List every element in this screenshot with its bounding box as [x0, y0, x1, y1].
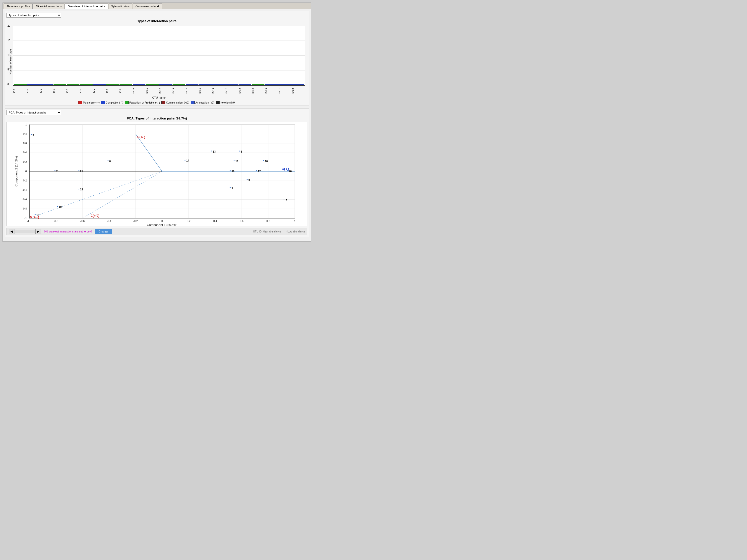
chart-type-dropdown[interactable]: Types of interaction pairs [6, 13, 61, 18]
svg-text:7: 7 [56, 170, 58, 173]
svg-text:1: 1 [25, 123, 27, 126]
bar-group [93, 84, 106, 85]
bar-segment [67, 85, 79, 85]
x-label: ID 18 [238, 86, 252, 96]
svg-text:15: 15 [284, 199, 287, 202]
bar-chart-title: Types of interaction pairs [6, 19, 307, 23]
tab-consensus-network[interactable]: Consensus network [133, 3, 162, 9]
legend-label: Competition(-/-) [106, 101, 123, 104]
bar-group [133, 84, 146, 85]
svg-text:6: 6 [240, 150, 242, 153]
tab-microbial-interactions[interactable]: Microbial interactions [33, 3, 64, 9]
x-axis-labels: ID 1ID 2ID 3ID 4ID 5ID 6ID 7ID 8ID 9ID 1… [13, 86, 305, 96]
bar-segment [212, 85, 225, 85]
x-label: ID 9 [119, 86, 132, 96]
svg-text:-1: -1 [27, 220, 29, 222]
scroll-right-btn[interactable]: ▶ [35, 229, 41, 234]
bar-segment [93, 85, 106, 85]
bar-group [14, 84, 27, 85]
x-label: ID 12 [159, 86, 172, 96]
svg-text:*: * [211, 150, 212, 153]
x-label: ID 4 [53, 86, 66, 96]
svg-text:10: 10 [59, 206, 62, 208]
svg-text:*: * [31, 133, 32, 136]
bar-group [40, 84, 53, 85]
svg-text:*: * [263, 160, 264, 163]
legend-item: Competition(-/-) [101, 101, 123, 104]
svg-text:-0.4: -0.4 [107, 220, 111, 222]
bottom-bar: ◀ ▶ 0% weakest interactions are set to b… [6, 228, 307, 235]
svg-text:-0.8: -0.8 [22, 207, 27, 210]
dropdown-row-pca: PCA: Types of interaction pairs [6, 110, 307, 115]
bar-segment [238, 85, 251, 85]
content-area: Types of interaction pairs Types of inte… [3, 9, 311, 241]
bar-segment [265, 85, 278, 85]
bar-segment [27, 85, 40, 85]
bar-segment [14, 85, 27, 85]
svg-text:21: 21 [80, 170, 83, 173]
pca-type-dropdown[interactable]: PCA: Types of interaction pairs [6, 110, 61, 115]
x-label: ID 17 [225, 86, 238, 96]
pca-section: PCA: Types of interaction pairs PCA: Typ… [5, 108, 309, 237]
bar-segment [54, 85, 66, 85]
svg-text:-0.8: -0.8 [54, 220, 58, 222]
svg-text:18: 18 [265, 160, 268, 163]
bar-group [54, 84, 66, 85]
legend-color-box [161, 101, 165, 104]
x-label: ID 13 [172, 86, 185, 96]
scroll-left-btn[interactable]: ◀ [9, 229, 15, 234]
legend-color-box [101, 101, 105, 104]
x-axis-title-bar: OTU name [13, 96, 305, 99]
bar-segment [120, 85, 132, 85]
legend-label: Commensalism (+/0) [166, 101, 189, 104]
svg-text:Component 2 (14.2%): Component 2 (14.2%) [15, 156, 18, 186]
tab-abundance-profiles[interactable]: Abundance profiles [4, 3, 33, 9]
bar-group [225, 84, 238, 85]
bar-segment [186, 85, 199, 85]
svg-text:*: * [78, 188, 79, 191]
bar-group [159, 84, 172, 85]
svg-text:22: 22 [80, 188, 83, 191]
tab-overview-interaction-pairs[interactable]: Overview of interaction pairs [65, 3, 108, 9]
svg-text:*: * [247, 179, 248, 182]
legend-item: Amensalism (-/0) [191, 101, 214, 104]
svg-text:0.6: 0.6 [23, 142, 27, 144]
weakest-interactions-text: 0% weakest interactions are set to be 0 [44, 230, 92, 233]
svg-text:M(+/+): M(+/+) [30, 216, 39, 219]
bar-group [173, 84, 185, 85]
bars-area [13, 26, 305, 86]
bar-group [265, 84, 278, 85]
svg-text:1: 1 [232, 187, 233, 190]
change-button[interactable]: Change [95, 229, 112, 234]
legend-item: Mutualism(+/+) [78, 101, 100, 104]
svg-text:-1: -1 [24, 217, 27, 219]
bar-segment [199, 85, 212, 85]
svg-text:*: * [107, 160, 108, 163]
legend-item: Commensalism (+/0) [161, 101, 189, 104]
pca-chart-container: * 9 * 7 * 21 * 8 * 10 * 22 [6, 122, 307, 226]
svg-text:8: 8 [109, 160, 111, 163]
gridline-15 [13, 41, 305, 41]
legend-label: No effect(0/0) [221, 101, 235, 104]
bar-segment [40, 85, 53, 85]
tab-systematic-view[interactable]: Sytematic view [108, 3, 132, 9]
x-label: ID 11 [146, 86, 159, 96]
legend-color-box [216, 101, 220, 104]
legend-label: Mutualism(+/+) [83, 101, 100, 104]
svg-text:3: 3 [249, 179, 250, 182]
x-label: ID 7 [93, 86, 106, 96]
svg-text:C(+/0): C(+/0) [91, 214, 99, 217]
x-label: ID 3 [40, 86, 53, 96]
bar-chart-container: Number of each type 0 5 10 15 20 [6, 24, 307, 99]
x-label: ID 10 [132, 86, 146, 96]
bar-segment [291, 85, 304, 85]
bar-group [278, 84, 291, 85]
bar-group [27, 84, 40, 85]
otu-note: OTU ID: High abundance——>Low abundance [253, 230, 305, 233]
scroll-thumb[interactable] [15, 230, 35, 233]
bar-segment [278, 85, 291, 85]
bar-group [199, 84, 212, 85]
svg-text:20: 20 [289, 170, 292, 173]
svg-text:0: 0 [25, 170, 27, 173]
svg-text:Component 1 (85.5%): Component 1 (85.5%) [147, 223, 177, 226]
